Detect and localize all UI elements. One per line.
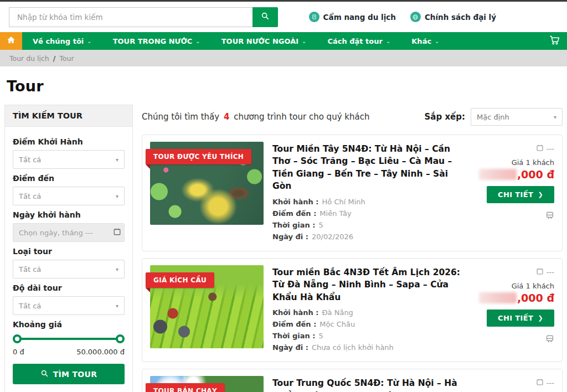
tour-title[interactable]: Tour miền Bắc 4N3Đ Tết Âm Lịch 2026: Từ … xyxy=(272,266,463,303)
destination-select[interactable]: Tất cả ▾ xyxy=(13,187,125,205)
schedule-placeholder: --- xyxy=(547,268,554,276)
cart-button[interactable] xyxy=(542,32,567,50)
tour-title[interactable]: Tour Trung Quốc 5N4Đ: Từ Hà Nội – Hà Khẩ… xyxy=(272,377,463,392)
tour-type-select-value: Tất cả xyxy=(19,265,41,274)
sort-select[interactable]: Mặc định ▾ xyxy=(471,108,563,126)
detail-button[interactable]: CHI TIẾT ❯ xyxy=(487,310,554,327)
book-icon xyxy=(309,12,319,22)
chevron-down-icon: ▾ xyxy=(116,193,118,199)
nav-item-label: Về chúng tôi xyxy=(33,37,84,45)
nav-item-about[interactable]: Về chúng tôi ⌄ xyxy=(22,32,102,50)
price-caption: Giá 1 khách xyxy=(512,282,554,290)
nav-item-label: Khác xyxy=(411,37,431,45)
breadcrumb: Tour du lịch / Tour xyxy=(0,50,567,66)
departure-select[interactable]: Tất cả ▾ xyxy=(13,150,125,169)
breadcrumb-separator: / xyxy=(53,54,56,63)
sort-label: Sắp xếp: xyxy=(425,112,465,122)
search-input[interactable] xyxy=(9,7,252,27)
chevron-down-icon: ⌄ xyxy=(302,38,306,44)
link-travel-guide[interactable]: Cẩm nang du lịch xyxy=(309,12,396,22)
nav-item-label: TOUR NƯỚC NGOÀI xyxy=(221,37,298,45)
detail-label: Điểm đến : xyxy=(272,320,316,328)
detail-button-label: CHI TIẾT xyxy=(498,190,533,199)
tour-duration-select-value: Tất cả xyxy=(19,302,41,310)
chevron-down-icon: ⌄ xyxy=(386,38,390,44)
detail-value: 20/02/2026 xyxy=(312,233,353,241)
detail-value: Chưa có lịch khởi hành xyxy=(312,343,394,352)
results-count: 4 xyxy=(222,112,231,122)
detail-label: Thời gian : xyxy=(272,332,316,340)
schedule-placeholder: --- xyxy=(547,145,554,153)
nav-item-label: Cách đặt tour xyxy=(327,37,382,45)
tour-results: Chúng tôi tìm thấy 4 chương trình tour c… xyxy=(142,105,563,392)
tour-card[interactable]: TOUR BÁN CHẠY Tour Trung Quốc 5N4Đ: Từ H… xyxy=(142,369,563,392)
tour-thumbnail[interactable]: GIÁ KÍCH CẦU xyxy=(150,265,264,348)
page-title: Tour xyxy=(7,78,563,95)
price-redacted-blur xyxy=(479,292,517,303)
cart-icon xyxy=(548,34,560,48)
tour-thumbnail[interactable]: TOUR ĐƯỢC YÊU THÍCH xyxy=(150,142,264,225)
nav-item-how-to-book[interactable]: Cách đặt tour ⌄ xyxy=(317,32,401,50)
detail-value: 5 xyxy=(319,221,323,229)
nav-item-other[interactable]: Khác ⌄ xyxy=(401,32,450,50)
detail-button[interactable]: CHI TIẾT ❯ xyxy=(487,186,554,203)
search-icon xyxy=(261,12,270,22)
content: Tour TÌM KIẾM TOUR Điểm Khởi Hành Tất cả… xyxy=(0,78,567,392)
detail-label: Ngày đi : xyxy=(272,343,308,352)
slider-handle-min[interactable] xyxy=(13,334,22,343)
tour-duration-select[interactable]: Tất cả ▾ xyxy=(13,296,125,315)
schedule-placeholder: --- xyxy=(547,379,554,387)
chevron-down-icon: ▾ xyxy=(116,303,118,309)
main-nav: Về chúng tôi ⌄ TOUR TRONG NƯỚC ⌄ TOUR NƯ… xyxy=(0,32,567,50)
detail-button-label: CHI TIẾT xyxy=(498,314,533,322)
departure-label: Điểm Khởi Hành xyxy=(13,137,125,146)
bus-icon xyxy=(545,211,554,222)
price-caption: Giá 1 khách xyxy=(512,158,554,167)
chevron-down-icon: ⌄ xyxy=(195,38,200,44)
search-button[interactable] xyxy=(252,7,278,27)
tour-price: ,000 đ xyxy=(517,168,554,180)
detail-label: Điểm đến : xyxy=(272,209,316,218)
destination-select-value: Tất cả xyxy=(19,192,41,200)
nav-item-domestic-tours[interactable]: TOUR TRONG NƯỚC ⌄ xyxy=(102,32,211,50)
home-icon xyxy=(7,35,16,47)
chevron-down-icon: ▾ xyxy=(116,157,118,163)
tour-type-label: Loại tour xyxy=(13,247,125,256)
departure-date-input[interactable] xyxy=(19,229,113,237)
tour-card[interactable]: TOUR ĐƯỢC YÊU THÍCH Tour Miền Tây 5N4Đ: … xyxy=(142,135,563,251)
link-agency-policy-label: Chính sách đại lý xyxy=(425,13,496,22)
tour-type-select[interactable]: Tất cả ▾ xyxy=(13,260,125,278)
site-header: Cẩm nang du lịch Chính sách đại lý xyxy=(0,2,567,32)
departure-date-field[interactable] xyxy=(13,223,125,242)
results-prefix: Chúng tôi tìm thấy xyxy=(142,112,219,122)
destination-label: Điểm đến xyxy=(13,174,125,183)
filter-panel-title: TÌM KIẾM TOUR xyxy=(5,105,132,127)
tour-card[interactable]: GIÁ KÍCH CẦU Tour miền Bắc 4N3Đ Tết Âm L… xyxy=(142,258,563,362)
detail-value: Mộc Châu xyxy=(319,320,355,328)
chevron-down-icon: ▾ xyxy=(554,114,556,120)
header-links: Cẩm nang du lịch Chính sách đại lý xyxy=(309,12,496,22)
tour-badge: GIÁ KÍCH CẦU xyxy=(146,272,214,288)
nav-item-international-tours[interactable]: TOUR NƯỚC NGOÀI ⌄ xyxy=(211,32,317,50)
find-tour-button[interactable]: TÌM TOUR xyxy=(13,364,125,384)
tour-filter-panel: TÌM KIẾM TOUR Điểm Khởi Hành Tất cả ▾ Đi… xyxy=(4,105,133,392)
chevron-down-icon: ⌄ xyxy=(435,38,439,44)
breadcrumb-home[interactable]: Tour du lịch xyxy=(9,54,49,63)
calendar-icon xyxy=(536,378,544,388)
chevron-down-icon: ▾ xyxy=(116,266,118,272)
tour-thumbnail[interactable]: TOUR BÁN CHẠY xyxy=(150,376,264,392)
globe-icon xyxy=(410,12,421,22)
search-icon xyxy=(40,369,49,379)
slider-track xyxy=(14,338,123,340)
search-bar xyxy=(9,7,278,27)
detail-label: Khởi hành : xyxy=(272,198,319,206)
price-max-value: 50.000.000 đ xyxy=(76,348,125,356)
link-agency-policy[interactable]: Chính sách đại lý xyxy=(410,12,496,22)
slider-handle-max[interactable] xyxy=(116,334,125,343)
calendar-icon xyxy=(536,144,544,153)
detail-value: Hồ Chí Minh xyxy=(322,198,365,206)
tour-title[interactable]: Tour Miền Tây 5N4Đ: Từ Hà Nội – Cần Thơ … xyxy=(272,143,463,193)
tour-badge: TOUR BÁN CHẠY xyxy=(146,383,225,392)
home-button[interactable] xyxy=(0,32,22,50)
detail-label: Thời gian : xyxy=(272,221,316,229)
